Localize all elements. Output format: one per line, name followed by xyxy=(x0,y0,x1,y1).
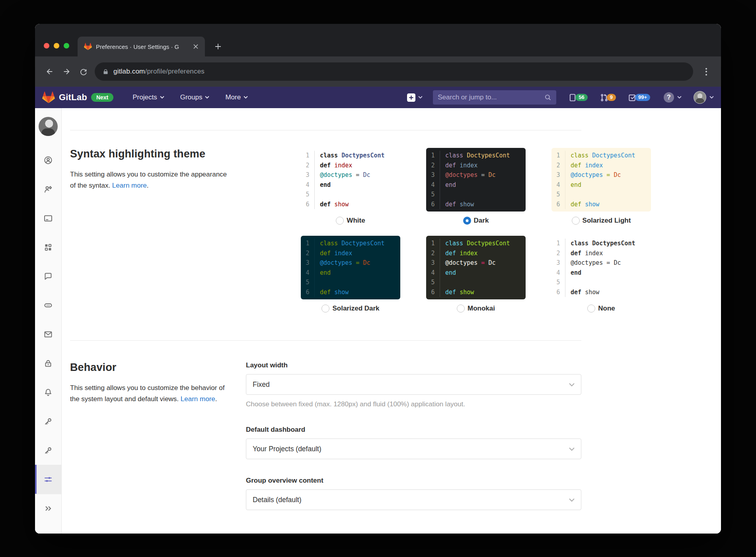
section-divider xyxy=(70,130,581,130)
line-number: 3 xyxy=(551,170,565,180)
todos-button[interactable]: 99+ xyxy=(628,93,650,102)
behavior-section: Behavior This setting allows you to cust… xyxy=(70,361,721,510)
code-line xyxy=(565,190,651,200)
search-icon xyxy=(544,94,551,101)
back-button[interactable] xyxy=(41,63,58,80)
code-line: @doctypes = Dc xyxy=(314,258,400,268)
next-badge: Next xyxy=(91,93,113,102)
select-value: Details (default) xyxy=(253,496,569,504)
todos-count-badge: 99+ xyxy=(635,94,650,101)
issues-button[interactable]: 56 xyxy=(568,93,587,102)
theme-preview: 1class DoctypesCont2 def index3 @doctype… xyxy=(301,236,400,299)
field-help-text: Choose between fixed (max. 1280px) and f… xyxy=(246,400,581,408)
select-default-dashboard[interactable]: Your Projects (default) xyxy=(246,439,581,459)
sidebar-item-emails[interactable] xyxy=(35,320,61,349)
line-number: 4 xyxy=(426,268,440,278)
sidebar-collapse-button[interactable] xyxy=(35,494,61,523)
profile-avatar xyxy=(39,117,58,136)
sidebar-item-ssh-keys[interactable] xyxy=(35,407,61,436)
sidebar-item-profile[interactable] xyxy=(35,146,61,175)
theme-radio-none[interactable]: None xyxy=(551,305,651,312)
browser-tab[interactable]: Preferences · User Settings · G xyxy=(78,37,205,56)
sidebar-item-notifications[interactable] xyxy=(35,378,61,407)
search-input[interactable]: Search or jump to... xyxy=(433,90,556,105)
code-line: end xyxy=(565,268,651,278)
fullscreen-window-button[interactable] xyxy=(64,43,69,49)
new-menu-button[interactable] xyxy=(407,93,423,102)
theme-option-solarized-light: 1class DoctypesCont2 def index3 @doctype… xyxy=(551,148,651,225)
line-number: 5 xyxy=(551,190,565,200)
sidebar-item-applications[interactable] xyxy=(35,233,61,262)
user-avatar xyxy=(694,91,706,104)
radio-selected-icon[interactable] xyxy=(463,217,471,225)
sidebar-item-chat[interactable] xyxy=(35,262,61,291)
merge-requests-button[interactable]: 9 xyxy=(600,93,616,102)
minimize-window-button[interactable] xyxy=(54,43,59,49)
line-number: 2 xyxy=(551,248,565,258)
tab-close-icon[interactable] xyxy=(191,42,200,51)
new-tab-button[interactable] xyxy=(212,41,224,52)
line-number: 2 xyxy=(426,161,440,171)
close-window-button[interactable] xyxy=(44,43,49,49)
code-line: class DoctypesCont xyxy=(440,151,526,161)
gitlab-logo-icon[interactable] xyxy=(42,91,55,104)
field-label-group-overview-content: Group overview content xyxy=(246,477,581,485)
forward-button[interactable] xyxy=(58,63,75,80)
theme-radio-solarized-dark[interactable]: Solarized Dark xyxy=(301,305,400,312)
radio-icon[interactable] xyxy=(321,305,329,312)
user-menu-button[interactable] xyxy=(694,91,714,104)
radio-icon[interactable] xyxy=(336,217,344,225)
learn-more-link[interactable]: Learn more xyxy=(181,395,215,403)
sidebar-item-preferences[interactable] xyxy=(35,465,61,494)
line-number: 5 xyxy=(426,278,440,287)
chevron-down-icon xyxy=(569,445,575,452)
code-line: end xyxy=(440,180,526,190)
sidebar-item-gpg-keys[interactable] xyxy=(35,436,61,465)
theme-label: Solarized Light xyxy=(583,217,631,225)
code-line: class DoctypesCont xyxy=(440,239,526,248)
address-bar[interactable]: gitlab.com/profile/preferences xyxy=(95,62,693,81)
radio-icon[interactable] xyxy=(572,217,580,225)
help-menu-button[interactable]: ? xyxy=(664,92,682,103)
code-line xyxy=(440,278,526,287)
code-line: @doctypes = Dc xyxy=(565,170,651,180)
gitlab-wordmark[interactable]: GitLab xyxy=(59,92,87,103)
radio-icon[interactable] xyxy=(457,305,465,312)
mr-count-badge: 9 xyxy=(607,94,616,101)
sidebar-item-account[interactable] xyxy=(35,175,61,204)
chevron-down-icon xyxy=(709,96,714,99)
reload-button[interactable] xyxy=(75,63,92,80)
line-number: 1 xyxy=(301,239,314,248)
nav-more[interactable]: More xyxy=(225,93,248,101)
theme-radio-monokai[interactable]: Monokai xyxy=(426,305,526,312)
sidebar-item-password[interactable] xyxy=(35,349,61,378)
settings-sidebar xyxy=(35,108,62,534)
nav-projects[interactable]: Projects xyxy=(132,93,164,101)
chevron-down-icon xyxy=(569,381,575,388)
line-number: 5 xyxy=(426,190,440,200)
theme-radio-white[interactable]: White xyxy=(301,217,400,225)
syntax-section-description: This setting allows you to customize the… xyxy=(70,169,229,191)
theme-radio-solarized-light[interactable]: Solarized Light xyxy=(551,217,651,225)
select-group-overview-content[interactable]: Details (default) xyxy=(246,489,581,510)
browser-menu-button[interactable] xyxy=(698,63,715,80)
sidebar-item-access-tokens[interactable] xyxy=(35,291,61,320)
theme-label: Solarized Dark xyxy=(332,305,379,312)
theme-option-monokai: 1class DoctypesCont2 def index3 @doctype… xyxy=(426,236,526,312)
radio-icon[interactable] xyxy=(587,305,595,312)
line-number: 4 xyxy=(551,268,565,278)
nav-groups[interactable]: Groups xyxy=(180,93,210,101)
theme-option-dark: 1class DoctypesCont2 def index3 @doctype… xyxy=(426,148,526,225)
issues-count-badge: 56 xyxy=(575,94,587,101)
key-icon xyxy=(43,417,53,426)
line-number: 1 xyxy=(426,151,440,161)
select-layout-width[interactable]: Fixed xyxy=(246,374,581,395)
learn-more-link[interactable]: Learn more xyxy=(112,182,147,189)
sidebar-item-billing[interactable] xyxy=(35,204,61,233)
theme-radio-dark[interactable]: Dark xyxy=(426,217,526,225)
chevron-down-icon xyxy=(569,496,575,503)
user-circle-icon xyxy=(43,155,53,165)
code-line: def index xyxy=(565,248,651,258)
pill-dots-icon xyxy=(43,301,53,310)
code-line xyxy=(314,278,400,287)
